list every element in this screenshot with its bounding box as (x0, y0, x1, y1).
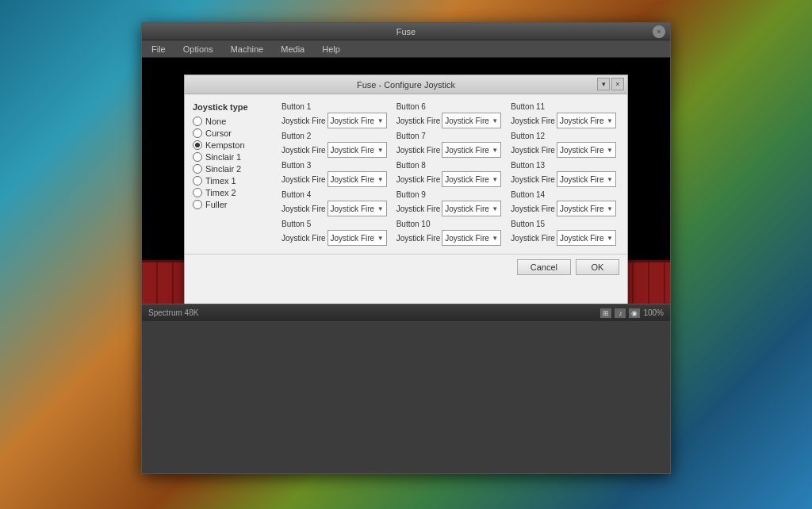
button-10-row: Joystick Fire Joystick Fire ▼ (396, 230, 505, 246)
button-group-8: Button 8 Joystick Fire Joystick Fire ▼ (396, 161, 505, 187)
button-10-dropdown-val: Joystick Fire (445, 234, 489, 243)
radio-timex2-input[interactable] (193, 188, 202, 197)
menu-options[interactable]: Options (180, 43, 216, 55)
button-6-dropdown[interactable]: Joystick Fire ▼ (442, 113, 501, 128)
dialog-close-button[interactable]: × (611, 78, 624, 90)
button-2-arrow: ▼ (377, 147, 384, 154)
button-group-12: Button 12 Joystick Fire Joystick Fire ▼ (511, 132, 619, 158)
button-13-arrow: ▼ (607, 176, 613, 183)
radio-sinclair1[interactable]: Sinclair 1 (193, 152, 272, 162)
button-group-11: Button 11 Joystick Fire Joystick Fire ▼ (511, 102, 619, 128)
button-1-arrow: ▼ (377, 117, 384, 124)
ok-button[interactable]: OK (576, 259, 619, 275)
radio-none-input[interactable] (193, 117, 202, 126)
button-group-15: Button 15 Joystick Fire Joystick Fire ▼ (511, 220, 619, 246)
button-15-dropdown[interactable]: Joystick Fire ▼ (557, 230, 616, 246)
button-10-val1: Joystick Fire (396, 234, 441, 243)
button-1-label: Button 1 (282, 102, 390, 111)
button-group-4: Button 4 Joystick Fire Joystick Fire ▼ (282, 190, 390, 216)
radio-fuller-input[interactable] (193, 200, 202, 209)
button-13-dropdown-val: Joystick Fire (560, 175, 604, 184)
button-8-dropdown[interactable]: Joystick Fire ▼ (442, 171, 501, 187)
button-3-arrow: ▼ (377, 176, 384, 183)
cancel-button[interactable]: Cancel (517, 259, 571, 275)
radio-sinclair2-label: Sinclair 2 (205, 164, 241, 174)
main-close-button[interactable]: × (653, 25, 665, 38)
radio-timex1-label: Timex 1 (205, 176, 236, 186)
status-icon-1: ⊞ (600, 308, 611, 318)
radio-sinclair2-input[interactable] (193, 164, 202, 174)
button-13-label: Button 13 (511, 161, 619, 170)
button-4-dropdown[interactable]: Joystick Fire ▼ (327, 201, 387, 216)
button-9-val1: Joystick Fire (396, 205, 441, 213)
radio-fuller[interactable]: Fuller (193, 200, 272, 209)
radio-cursor-input[interactable] (193, 128, 202, 138)
status-zoom: 100% (643, 308, 664, 317)
button-9-dropdown[interactable]: Joystick Fire ▼ (442, 201, 501, 216)
button-12-dropdown[interactable]: Joystick Fire ▼ (557, 142, 616, 158)
main-window: Fuse × File Options Machine Media Help M… (141, 22, 671, 474)
button-3-dropdown[interactable]: Joystick Fire ▼ (327, 171, 387, 187)
button-13-row: Joystick Fire Joystick Fire ▼ (511, 171, 619, 187)
button-1-row: Joystick Fire Joystick Fire ▼ (282, 113, 390, 128)
button-2-row: Joystick Fire Joystick Fire ▼ (282, 142, 390, 158)
button-15-val1: Joystick Fire (511, 234, 555, 243)
dialog-overlay: Fuse - Configure Joystick ▾ × Joystick t… (142, 93, 670, 286)
button-11-dropdown-val: Joystick Fire (560, 117, 604, 125)
button-12-row: Joystick Fire Joystick Fire ▼ (511, 142, 619, 158)
joystick-type-panel: Joystick type None Cursor Kempston (193, 102, 272, 246)
button-7-dropdown[interactable]: Joystick Fire ▼ (442, 142, 501, 158)
dialog-footer: Cancel OK (185, 254, 627, 280)
button-15-label: Button 15 (511, 220, 619, 228)
status-text: Spectrum 48K (148, 308, 198, 317)
radio-kempston[interactable]: Kempston (193, 140, 272, 150)
menu-media[interactable]: Media (278, 43, 308, 55)
menu-file[interactable]: File (148, 43, 169, 55)
radio-none[interactable]: None (193, 117, 272, 126)
button-12-arrow: ▼ (607, 147, 613, 154)
radio-cursor[interactable]: Cursor (193, 128, 272, 138)
button-3-label: Button 3 (282, 161, 390, 170)
radio-sinclair1-label: Sinclair 1 (205, 152, 241, 162)
button-12-val1: Joystick Fire (511, 146, 555, 155)
radio-sinclair2[interactable]: Sinclair 2 (193, 164, 272, 174)
button-11-arrow: ▼ (607, 117, 613, 124)
button-15-row: Joystick Fire Joystick Fire ▼ (511, 230, 619, 246)
main-window-title: Fuse (396, 27, 416, 36)
button-12-dropdown-val: Joystick Fire (560, 146, 604, 155)
button-11-dropdown[interactable]: Joystick Fire ▼ (557, 113, 616, 128)
button-4-dropdown-val: Joystick Fire (331, 205, 375, 213)
button-2-dropdown[interactable]: Joystick Fire ▼ (327, 142, 387, 158)
radio-kempston-input[interactable] (193, 140, 202, 150)
button-13-dropdown[interactable]: Joystick Fire ▼ (557, 171, 616, 187)
radio-kempston-label: Kempston (205, 140, 245, 150)
button-14-dropdown[interactable]: Joystick Fire ▼ (557, 201, 616, 216)
dialog-minimize-button[interactable]: ▾ (597, 78, 610, 90)
button-1-dropdown[interactable]: Joystick Fire ▼ (327, 113, 387, 128)
radio-timex1-input[interactable] (193, 176, 202, 186)
button-10-label: Button 10 (396, 220, 505, 228)
button-5-dropdown[interactable]: Joystick Fire ▼ (327, 230, 387, 246)
button-4-val1: Joystick Fire (282, 205, 326, 213)
status-icon-2: ♪ (615, 308, 626, 318)
status-icon-3: ◉ (629, 308, 640, 318)
button-11-val1: Joystick Fire (511, 117, 555, 125)
radio-sinclair1-input[interactable] (193, 152, 202, 162)
button-11-label: Button 11 (511, 102, 619, 111)
button-6-dropdown-val: Joystick Fire (445, 117, 489, 125)
button-10-dropdown[interactable]: Joystick Fire ▼ (442, 230, 501, 246)
dialog-title-bar: Fuse - Configure Joystick ▾ × (185, 75, 627, 94)
menu-machine[interactable]: Machine (228, 43, 267, 55)
button-group-5: Button 5 Joystick Fire Joystick Fire ▼ (282, 220, 390, 246)
button-5-row: Joystick Fire Joystick Fire ▼ (282, 230, 390, 246)
menu-help[interactable]: Help (319, 43, 343, 55)
radio-timex2[interactable]: Timex 2 (193, 188, 272, 197)
buttons-grid: Button 1 Joystick Fire Joystick Fire ▼ (282, 102, 619, 246)
radio-timex1[interactable]: Timex 1 (193, 176, 272, 186)
button-14-val1: Joystick Fire (511, 205, 555, 213)
button-4-label: Button 4 (282, 190, 390, 199)
button-4-arrow: ▼ (377, 205, 384, 212)
button-13-val1: Joystick Fire (511, 175, 555, 184)
dialog-controls: ▾ × (597, 78, 624, 90)
button-7-row: Joystick Fire Joystick Fire ▼ (396, 142, 505, 158)
